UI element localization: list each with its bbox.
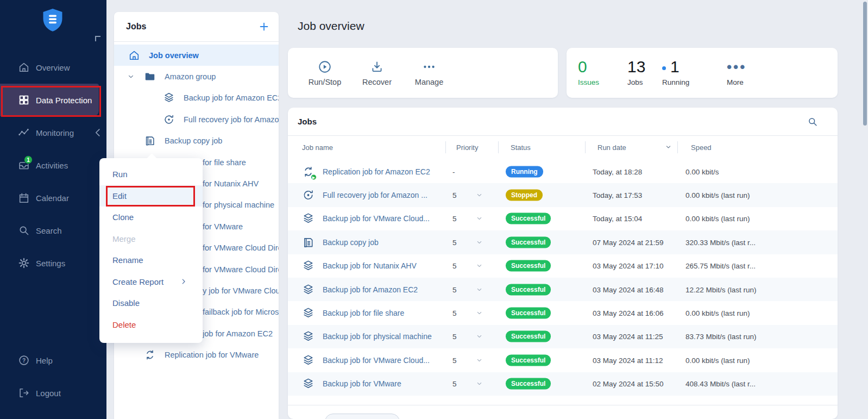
toolbar-button-manage[interactable]: Manage xyxy=(403,60,455,86)
column-header-status[interactable]: Status xyxy=(511,143,531,152)
status-badge: Successful xyxy=(506,354,551,366)
priority-dropdown-icon[interactable] xyxy=(476,357,483,364)
stat-jobs[interactable]: 13Jobs xyxy=(627,58,645,86)
menu-item-rename[interactable]: Rename xyxy=(99,249,203,271)
sidebar-item-overview[interactable]: Overview xyxy=(0,51,106,84)
chevron-down-icon[interactable] xyxy=(127,73,135,80)
menu-item-delete[interactable]: Delete xyxy=(99,314,203,336)
job-name-link[interactable]: Backup job for physical machine xyxy=(323,332,432,341)
priority-dropdown-icon[interactable] xyxy=(476,286,483,293)
menu-item-clone[interactable]: Clone xyxy=(99,207,203,228)
table-row[interactable]: Backup job for file share5Successful03 M… xyxy=(288,301,838,324)
table-row[interactable]: Backup job for VMware Cloud...5Successfu… xyxy=(288,207,838,230)
replication-icon: ▶ xyxy=(302,165,315,178)
status-badge: Running xyxy=(506,166,543,177)
page-scrollbar-thumb[interactable] xyxy=(863,2,867,126)
priority-dropdown-icon[interactable] xyxy=(476,310,483,317)
column-header-priority[interactable]: Priority xyxy=(456,143,478,152)
search-icon[interactable] xyxy=(807,116,818,127)
table-row[interactable]: Backup copy job5Successful07 May 2024 at… xyxy=(288,230,838,254)
table-row[interactable]: ▶Replication job for Amazon EC2-RunningT… xyxy=(288,160,838,183)
menu-item-merge: Merge xyxy=(99,228,203,250)
menu-item-run[interactable]: Run xyxy=(99,164,203,185)
menu-item-label: Rename xyxy=(112,255,143,265)
menu-item-create-report[interactable]: Create Report xyxy=(99,271,203,293)
table-row[interactable]: Backup job for VMware Cloud...5Successfu… xyxy=(288,348,838,372)
job-name-link[interactable]: Replication job for Amazon EC2 xyxy=(323,167,430,176)
job-name-link[interactable]: Backup copy job xyxy=(323,238,379,247)
job-name-link[interactable]: Backup job for Amazon EC2 xyxy=(323,285,418,294)
job-name-link[interactable]: Backup job for VMware xyxy=(323,379,401,388)
run-date-value: Today, at 17:53 xyxy=(593,191,642,199)
priority-dropdown-icon[interactable] xyxy=(476,333,483,340)
job-name-link[interactable]: Backup job for VMware Cloud... xyxy=(323,356,430,365)
tree-item-label: Backup copy job xyxy=(165,136,222,145)
sidebar-item-label: Search xyxy=(36,226,62,235)
priority-dropdown-icon[interactable] xyxy=(476,215,483,222)
job-name-link[interactable]: Full recovery job for Amazon ... xyxy=(323,191,427,199)
tree-item-backup-job-for-amazon-ec2[interactable]: Backup job for Amazon EC2 xyxy=(114,87,279,109)
menu-item-disable[interactable]: Disable xyxy=(99,292,203,314)
column-header-speed[interactable]: Speed xyxy=(691,143,712,152)
speed-value: 408.43 Mbit/s (last r... xyxy=(685,380,756,388)
sidebar-item-logout[interactable]: Logout xyxy=(0,377,106,409)
run-date-value: 07 May 2024 at 21:59 xyxy=(593,238,664,246)
tree-item-backup-copy-job[interactable]: Backup copy job xyxy=(114,130,279,152)
toolbar-button-label: Run/Stop xyxy=(309,78,341,86)
stat-more[interactable]: •••More xyxy=(727,58,746,86)
column-header-run-date[interactable]: Run date xyxy=(597,143,626,152)
job-name-link[interactable]: Backup job for file share xyxy=(323,309,404,317)
sidebar-item-activities[interactable]: 1Activities xyxy=(0,149,106,182)
running-dot-icon xyxy=(662,66,666,70)
menu-item-edit[interactable]: Edit xyxy=(99,185,203,207)
sidebar-item-monitoring[interactable]: Monitoring xyxy=(0,116,106,149)
tree-item-full-recovery-job-for-amazon-e[interactable]: Full recovery job for Amazon E xyxy=(114,109,279,130)
priority-value: 5 xyxy=(452,333,457,341)
jobs-table-card: Jobs Job namePriorityStatusRun dateSpeed… xyxy=(288,108,838,419)
priority-value: 5 xyxy=(452,238,457,246)
tree-item-job-overview[interactable]: Job overview xyxy=(114,45,279,66)
stat-issues[interactable]: 0Issues xyxy=(578,58,599,86)
toolbar-button-recover[interactable]: Recover xyxy=(351,60,403,86)
table-row[interactable]: Backup job for VMware5Successful02 May 2… xyxy=(288,372,838,396)
stat-running[interactable]: 1Running xyxy=(662,58,689,86)
sidebar-item-settings[interactable]: Settings xyxy=(0,247,106,279)
sidebar-collapse-icon[interactable] xyxy=(95,36,100,41)
menu-item-label: Delete xyxy=(112,320,136,329)
table-row[interactable]: Backup job for physical machine5Successf… xyxy=(288,325,838,348)
column-header-job-name[interactable]: Job name xyxy=(302,143,333,152)
add-job-button[interactable] xyxy=(258,21,270,33)
tree-item-replication-job-for-vmware[interactable]: Replication job for VMware xyxy=(114,344,279,365)
table-row[interactable]: Backup job for Nutanix AHV5Successful03 … xyxy=(288,254,838,278)
priority-dropdown-icon[interactable] xyxy=(476,192,483,199)
priority-dropdown-icon[interactable] xyxy=(476,239,483,246)
load-more-button[interactable] xyxy=(325,414,400,419)
backup-icon xyxy=(302,378,315,390)
tree-item-label: Full recovery job for Amazon E xyxy=(184,115,279,124)
run-date-value: Today, at 18:28 xyxy=(593,167,642,176)
tree-item-label: failback job for Microso xyxy=(203,308,279,316)
tree-item-amazon-group[interactable]: Amazon group xyxy=(114,66,279,87)
home-icon xyxy=(18,61,30,73)
priority-dropdown-icon[interactable] xyxy=(476,262,483,270)
job-name-link[interactable]: Backup job for VMware Cloud... xyxy=(323,214,430,223)
job-name-link[interactable]: Backup job for Nutanix AHV xyxy=(323,261,417,270)
priority-dropdown-icon[interactable] xyxy=(476,380,483,387)
sort-chevron-icon[interactable] xyxy=(665,143,672,151)
chevron-left-icon[interactable] xyxy=(92,127,104,139)
table-row[interactable]: Backup job for Amazon EC25Successful03 M… xyxy=(288,278,838,301)
job-context-menu: RunEditCloneMergeRenameCreate ReportDisa… xyxy=(99,158,203,343)
sidebar-item-search[interactable]: Search xyxy=(0,214,106,247)
toolbar-button-run-stop[interactable]: Run/Stop xyxy=(299,60,351,86)
calendar-icon xyxy=(18,192,30,204)
table-row[interactable]: Full recovery job for Amazon ...5Stopped… xyxy=(288,183,838,207)
replication-icon xyxy=(144,349,156,361)
sidebar-item-data-protection[interactable]: Data Protection xyxy=(0,84,99,116)
speed-value: 265.75 Mbit/s (last r... xyxy=(685,262,756,270)
sidebar-item-calendar[interactable]: Calendar xyxy=(0,182,106,214)
sidebar-item-help[interactable]: ?Help xyxy=(0,344,106,377)
speed-value: 0.00 kbit/s (last run) xyxy=(685,309,750,317)
recovery-icon xyxy=(302,189,315,202)
stat-label: More xyxy=(727,78,746,86)
recovery-icon xyxy=(163,114,175,126)
